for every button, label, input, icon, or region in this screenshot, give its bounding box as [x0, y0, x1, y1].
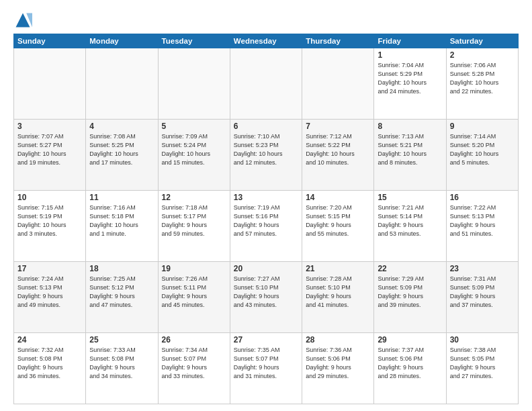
day-detail: Sunrise: 7:16 AM Sunset: 5:18 PM Dayligh…	[89, 203, 154, 238]
day-number: 11	[89, 193, 154, 202]
day-number: 24	[17, 335, 82, 345]
day-detail: Sunrise: 7:13 AM Sunset: 5:21 PM Dayligh…	[378, 132, 442, 167]
day-cell: 29Sunrise: 7:37 AM Sunset: 5:06 PM Dayli…	[374, 333, 446, 404]
day-detail: Sunrise: 7:34 AM Sunset: 5:07 PM Dayligh…	[162, 346, 226, 381]
day-number: 16	[450, 193, 515, 202]
day-cell: 27Sunrise: 7:35 AM Sunset: 5:07 PM Dayli…	[230, 333, 302, 404]
day-number: 4	[89, 122, 154, 131]
day-detail: Sunrise: 7:36 AM Sunset: 5:06 PM Dayligh…	[306, 346, 370, 381]
col-header-sunday: Sunday	[14, 34, 86, 48]
day-number: 6	[234, 122, 298, 131]
day-cell: 20Sunrise: 7:27 AM Sunset: 5:10 PM Dayli…	[230, 262, 302, 333]
day-cell: 22Sunrise: 7:29 AM Sunset: 5:09 PM Dayli…	[374, 262, 446, 333]
day-number: 7	[306, 122, 370, 131]
logo	[13, 11, 35, 30]
week-row-3: 10Sunrise: 7:15 AM Sunset: 5:19 PM Dayli…	[14, 191, 519, 262]
day-number: 15	[378, 193, 442, 202]
day-number: 13	[234, 193, 298, 202]
day-cell: 10Sunrise: 7:15 AM Sunset: 5:19 PM Dayli…	[14, 191, 86, 262]
day-detail: Sunrise: 7:24 AM Sunset: 5:13 PM Dayligh…	[17, 275, 82, 310]
day-detail: Sunrise: 7:22 AM Sunset: 5:13 PM Dayligh…	[450, 203, 515, 238]
day-cell: 26Sunrise: 7:34 AM Sunset: 5:07 PM Dayli…	[158, 333, 230, 404]
day-cell: 12Sunrise: 7:18 AM Sunset: 5:17 PM Dayli…	[158, 191, 230, 262]
day-cell: 13Sunrise: 7:19 AM Sunset: 5:16 PM Dayli…	[230, 191, 302, 262]
day-detail: Sunrise: 7:04 AM Sunset: 5:29 PM Dayligh…	[378, 61, 442, 96]
day-number: 28	[306, 335, 370, 345]
day-number: 10	[17, 193, 82, 202]
day-cell: 14Sunrise: 7:20 AM Sunset: 5:15 PM Dayli…	[302, 191, 374, 262]
day-cell: 9Sunrise: 7:14 AM Sunset: 5:20 PM Daylig…	[446, 120, 518, 191]
day-number: 12	[162, 193, 226, 202]
day-detail: Sunrise: 7:07 AM Sunset: 5:27 PM Dayligh…	[17, 132, 82, 167]
day-number: 25	[89, 335, 154, 345]
day-cell: 1Sunrise: 7:04 AM Sunset: 5:29 PM Daylig…	[374, 48, 446, 120]
day-cell: 17Sunrise: 7:24 AM Sunset: 5:13 PM Dayli…	[14, 262, 86, 333]
day-cell: 5Sunrise: 7:09 AM Sunset: 5:24 PM Daylig…	[158, 120, 230, 191]
day-cell: 2Sunrise: 7:06 AM Sunset: 5:28 PM Daylig…	[446, 48, 518, 120]
day-detail: Sunrise: 7:37 AM Sunset: 5:06 PM Dayligh…	[378, 346, 442, 381]
day-cell: 11Sunrise: 7:16 AM Sunset: 5:18 PM Dayli…	[86, 191, 158, 262]
day-detail: Sunrise: 7:21 AM Sunset: 5:14 PM Dayligh…	[378, 203, 442, 238]
day-cell: 24Sunrise: 7:32 AM Sunset: 5:08 PM Dayli…	[14, 333, 86, 404]
day-number: 8	[378, 122, 442, 131]
header	[13, 11, 519, 30]
day-cell	[230, 48, 302, 120]
day-number: 19	[162, 264, 226, 273]
day-number: 30	[450, 335, 515, 345]
day-detail: Sunrise: 7:31 AM Sunset: 5:09 PM Dayligh…	[450, 275, 515, 310]
day-cell: 3Sunrise: 7:07 AM Sunset: 5:27 PM Daylig…	[14, 120, 86, 191]
col-header-tuesday: Tuesday	[158, 34, 230, 48]
day-cell	[14, 48, 86, 120]
week-row-5: 24Sunrise: 7:32 AM Sunset: 5:08 PM Dayli…	[14, 333, 519, 404]
col-header-thursday: Thursday	[302, 34, 374, 48]
calendar: SundayMondayTuesdayWednesdayThursdayFrid…	[13, 34, 519, 404]
day-detail: Sunrise: 7:18 AM Sunset: 5:17 PM Dayligh…	[162, 203, 226, 238]
day-number: 20	[234, 264, 298, 273]
day-cell: 23Sunrise: 7:31 AM Sunset: 5:09 PM Dayli…	[446, 262, 518, 333]
day-number: 29	[378, 335, 442, 345]
day-detail: Sunrise: 7:08 AM Sunset: 5:25 PM Dayligh…	[89, 132, 154, 167]
day-number: 22	[378, 264, 442, 273]
day-cell: 6Sunrise: 7:10 AM Sunset: 5:23 PM Daylig…	[230, 120, 302, 191]
day-cell: 7Sunrise: 7:12 AM Sunset: 5:22 PM Daylig…	[302, 120, 374, 191]
day-cell: 21Sunrise: 7:28 AM Sunset: 5:10 PM Dayli…	[302, 262, 374, 333]
day-detail: Sunrise: 7:29 AM Sunset: 5:09 PM Dayligh…	[378, 275, 442, 310]
day-detail: Sunrise: 7:06 AM Sunset: 5:28 PM Dayligh…	[450, 61, 515, 96]
day-cell	[302, 48, 374, 120]
week-row-4: 17Sunrise: 7:24 AM Sunset: 5:13 PM Dayli…	[14, 262, 519, 333]
day-number: 9	[450, 122, 515, 131]
logo-icon	[13, 11, 32, 30]
day-cell: 8Sunrise: 7:13 AM Sunset: 5:21 PM Daylig…	[374, 120, 446, 191]
day-detail: Sunrise: 7:28 AM Sunset: 5:10 PM Dayligh…	[306, 275, 370, 310]
day-number: 21	[306, 264, 370, 273]
week-row-1: 1Sunrise: 7:04 AM Sunset: 5:29 PM Daylig…	[14, 48, 519, 120]
page: SundayMondayTuesdayWednesdayThursdayFrid…	[0, 0, 532, 411]
day-detail: Sunrise: 7:20 AM Sunset: 5:15 PM Dayligh…	[306, 203, 370, 238]
day-cell: 19Sunrise: 7:26 AM Sunset: 5:11 PM Dayli…	[158, 262, 230, 333]
day-cell: 25Sunrise: 7:33 AM Sunset: 5:08 PM Dayli…	[86, 333, 158, 404]
day-detail: Sunrise: 7:25 AM Sunset: 5:12 PM Dayligh…	[89, 275, 154, 310]
day-detail: Sunrise: 7:27 AM Sunset: 5:10 PM Dayligh…	[234, 275, 298, 310]
col-header-monday: Monday	[86, 34, 158, 48]
day-number: 17	[17, 264, 82, 273]
day-detail: Sunrise: 7:38 AM Sunset: 5:05 PM Dayligh…	[450, 346, 515, 381]
day-cell	[158, 48, 230, 120]
day-cell: 15Sunrise: 7:21 AM Sunset: 5:14 PM Dayli…	[374, 191, 446, 262]
day-detail: Sunrise: 7:33 AM Sunset: 5:08 PM Dayligh…	[89, 346, 154, 381]
day-detail: Sunrise: 7:12 AM Sunset: 5:22 PM Dayligh…	[306, 132, 370, 167]
col-header-saturday: Saturday	[446, 34, 518, 48]
col-header-friday: Friday	[374, 34, 446, 48]
day-number: 27	[234, 335, 298, 345]
day-detail: Sunrise: 7:14 AM Sunset: 5:20 PM Dayligh…	[450, 132, 515, 167]
day-number: 2	[450, 50, 515, 60]
day-detail: Sunrise: 7:09 AM Sunset: 5:24 PM Dayligh…	[162, 132, 226, 167]
calendar-table: SundayMondayTuesdayWednesdayThursdayFrid…	[13, 34, 519, 404]
header-row: SundayMondayTuesdayWednesdayThursdayFrid…	[14, 34, 519, 48]
day-detail: Sunrise: 7:26 AM Sunset: 5:11 PM Dayligh…	[162, 275, 226, 310]
day-cell: 28Sunrise: 7:36 AM Sunset: 5:06 PM Dayli…	[302, 333, 374, 404]
day-number: 14	[306, 193, 370, 202]
day-cell	[86, 48, 158, 120]
day-cell: 16Sunrise: 7:22 AM Sunset: 5:13 PM Dayli…	[446, 191, 518, 262]
day-number: 1	[378, 50, 442, 60]
day-number: 18	[89, 264, 154, 273]
